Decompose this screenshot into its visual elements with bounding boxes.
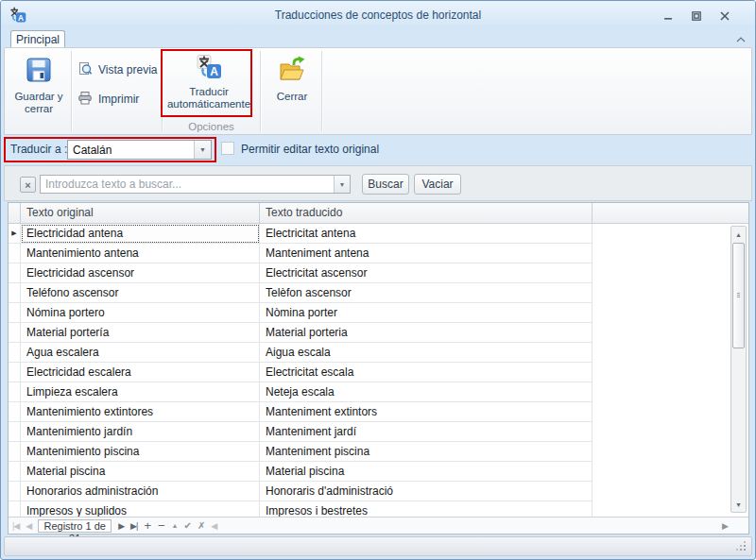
printer-icon [77, 91, 93, 109]
cell-texto-original[interactable]: Material portería [21, 323, 260, 343]
cerrar-button[interactable]: Cerrar [266, 51, 318, 117]
guardar-y-cerrar-button[interactable]: Guardar y cerrar [10, 51, 67, 127]
cell-texto-traducido[interactable]: Material porteria [260, 323, 593, 343]
ribbon-group-label: Opciones [163, 121, 260, 132]
search-input[interactable] [41, 176, 334, 193]
table-row[interactable]: Mantenimiento jardínManteniment jardí [9, 422, 593, 442]
restore-button[interactable] [690, 9, 702, 22]
vertical-scrollbar[interactable]: ▲ ▼ [730, 226, 747, 513]
table-row[interactable]: Nómina porteroNòmina porter [9, 303, 593, 323]
scrollbar-grip-icon [737, 293, 740, 297]
cell-texto-original[interactable]: Mantenimiento jardín [21, 422, 260, 442]
table-row[interactable]: Agua escaleraAigua escala [9, 343, 593, 363]
hscroll-right-icon[interactable]: ▶ [722, 518, 728, 534]
column-header-texto-traducido[interactable]: Texto traducido [260, 203, 593, 223]
cell-texto-original[interactable]: Impresos y suplidos [21, 501, 260, 517]
cell-texto-original[interactable]: Nómina portero [21, 303, 260, 323]
cell-texto-original[interactable]: Electricidad escalera [21, 363, 260, 382]
nav-delete-button[interactable]: − [158, 518, 165, 534]
cell-texto-traducido[interactable]: Honoraris d'administració [260, 482, 593, 501]
cell-texto-traducido[interactable]: Electricitat ascensor [260, 263, 593, 283]
cell-texto-traducido[interactable]: Aigua escala [260, 343, 593, 363]
cell-texto-original[interactable]: Electricidad ascensor [21, 263, 260, 283]
cell-texto-traducido[interactable]: Electricitat antena [260, 224, 593, 244]
nav-cancel-button[interactable]: ✗ [198, 518, 204, 534]
nav-prev-button[interactable]: ◀ [26, 518, 31, 534]
buscar-button[interactable]: Buscar [362, 174, 409, 195]
table-row[interactable]: Mantenimiento extintoresManteniment exti… [9, 402, 593, 422]
chevron-down-icon[interactable]: ▼ [194, 141, 211, 159]
table-row[interactable]: Limpieza escaleraNeteja escala [9, 382, 593, 402]
cell-texto-traducido[interactable]: Manteniment piscina [260, 442, 593, 462]
status-bar [4, 536, 752, 556]
cell-texto-traducido[interactable]: Telèfon ascensor [260, 283, 593, 303]
hscroll-left-icon[interactable]: ◀ [211, 518, 216, 534]
cell-texto-traducido[interactable]: Electricitat escala [260, 363, 593, 382]
current-row-indicator-icon: ▶ [9, 224, 21, 244]
traducir-automaticamente-button[interactable]: A Traducir automáticamente [164, 50, 253, 116]
cell-texto-original[interactable]: Electricidad antena [21, 224, 260, 244]
scrollbar-thumb[interactable] [732, 243, 745, 348]
scroll-down-icon[interactable]: ▼ [731, 497, 746, 512]
nav-edit-button[interactable]: ▲ [172, 518, 178, 534]
cell-texto-traducido[interactable]: Neteja escala [260, 382, 593, 402]
ribbon-separator [71, 51, 72, 131]
resize-grip-icon[interactable] [744, 549, 746, 551]
cell-texto-traducido[interactable]: Manteniment antena [260, 244, 593, 263]
tab-principal[interactable]: Principal [10, 30, 65, 48]
imprimir-button[interactable]: Imprimir [77, 89, 139, 110]
clear-search-button[interactable]: × [20, 177, 36, 193]
ribbon-collapse-icon[interactable] [734, 34, 747, 45]
row-indicator [9, 422, 21, 442]
table-row[interactable]: ▶Electricidad antenaElectricitat antena [9, 224, 593, 244]
row-indicator [9, 482, 21, 501]
cell-texto-traducido[interactable]: Material piscina [260, 462, 593, 482]
nav-next-button[interactable]: ▶ [118, 518, 124, 534]
ribbon-tab-row: Principal [1, 29, 755, 47]
nav-first-button[interactable]: |◀ [12, 518, 19, 534]
minimize-button[interactable] [662, 9, 674, 22]
title-bar[interactable]: A Traducciones de conceptos de horizonta… [1, 1, 755, 29]
close-button[interactable] [718, 9, 730, 22]
table-row[interactable]: Impresos y suplidosImpresos i bestretes [9, 501, 593, 517]
nav-last-button[interactable]: ▶| [130, 518, 137, 534]
traducir-a-label: Traducir a : [10, 143, 67, 156]
cell-texto-original[interactable]: Mantenimiento piscina [21, 442, 260, 462]
table-row[interactable]: Material piscinaMaterial piscina [9, 462, 593, 482]
cell-texto-traducido[interactable]: Manteniment extintors [260, 402, 593, 422]
table-row[interactable]: Electricidad ascensorElectricitat ascens… [9, 263, 593, 283]
scroll-up-icon[interactable]: ▲ [731, 227, 746, 242]
cell-texto-original[interactable]: Mantenimiento extintores [21, 402, 260, 422]
vista-previa-button[interactable]: Vista previa [77, 59, 157, 80]
cell-texto-original[interactable]: Limpieza escalera [21, 382, 260, 402]
table-row[interactable]: Honorarios administraciónHonoraris d'adm… [9, 482, 593, 501]
table-row[interactable]: Mantenimiento antenaManteniment antena [9, 244, 593, 263]
row-indicator [9, 263, 21, 283]
cell-texto-original[interactable]: Teléfono ascensor [21, 283, 260, 303]
table-row[interactable]: Mantenimiento piscinaManteniment piscina [9, 442, 593, 462]
table-row[interactable]: Teléfono ascensorTelèfon ascensor [9, 283, 593, 303]
vaciar-button[interactable]: Vaciar [414, 174, 461, 195]
table-row[interactable]: Material porteríaMaterial porteria [9, 323, 593, 343]
grid-header: Texto original Texto traducido [9, 203, 748, 224]
cell-texto-traducido[interactable]: Nòmina porter [260, 303, 593, 323]
cell-texto-traducido[interactable]: Impresos i bestretes [260, 501, 593, 517]
row-indicator [9, 402, 21, 422]
record-navigator: |◀ ◀ Registro 1 de 31 ▶ ▶| + − ▲ ✔ ✗ ◀ ▶ [9, 517, 748, 534]
svg-text:A: A [210, 65, 218, 78]
row-indicator [9, 462, 21, 482]
cell-texto-traducido[interactable]: Manteniment jardí [260, 422, 593, 442]
nav-add-button[interactable]: + [144, 518, 151, 534]
language-combobox[interactable]: Catalán ▼ [67, 140, 212, 160]
cell-texto-original[interactable]: Material piscina [21, 462, 260, 482]
cell-texto-original[interactable]: Agua escalera [21, 343, 260, 363]
search-dropdown-icon[interactable]: ▼ [334, 176, 350, 193]
cell-texto-original[interactable]: Honorarios administración [21, 482, 260, 501]
cell-texto-original[interactable]: Mantenimiento antena [21, 244, 260, 263]
app-window: A Traducciones de conceptos de horizonta… [0, 0, 756, 560]
column-header-texto-original[interactable]: Texto original [21, 203, 260, 223]
permitir-editar-checkbox[interactable] [221, 142, 234, 155]
row-indicator [9, 323, 21, 343]
nav-post-button[interactable]: ✔ [184, 518, 191, 534]
table-row[interactable]: Electricidad escaleraElectricitat escala [9, 363, 593, 382]
